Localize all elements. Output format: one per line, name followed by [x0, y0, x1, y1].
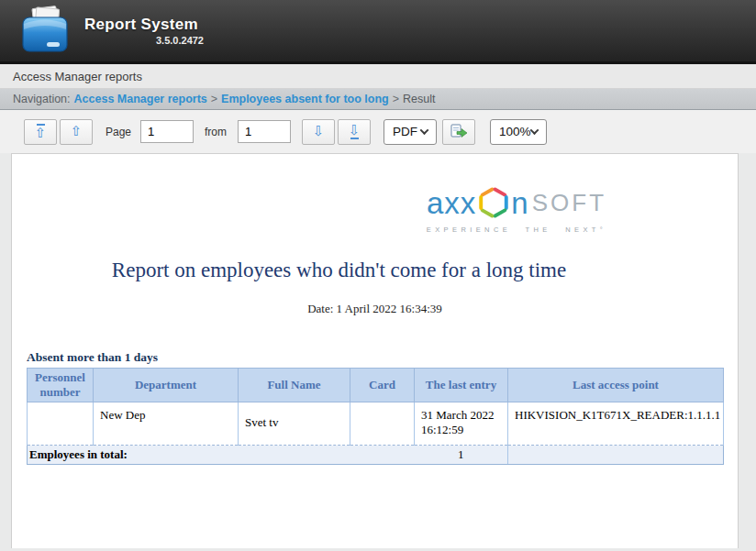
page-number-input[interactable]	[140, 120, 194, 143]
app-title-block: Report System 3.5.0.2472	[84, 16, 204, 46]
zoom-value: 100%	[499, 125, 531, 138]
breadcrumb-link-employees-absent[interactable]: Employees absent for too long	[221, 93, 389, 105]
report-table-section: Absent more than 1 days Personnel number…	[27, 350, 724, 465]
table-caption: Absent more than 1 days	[27, 350, 724, 365]
previous-page-button[interactable]: ⇧	[60, 119, 93, 145]
col-department: Department	[94, 369, 239, 402]
table-total-row: Employees in total: 1	[28, 446, 724, 465]
last-page-button[interactable]: ⇩	[338, 119, 371, 145]
export-format-select[interactable]: PDF	[384, 119, 437, 145]
cell-department: New Dep	[94, 402, 239, 446]
from-label: from	[205, 126, 227, 138]
report-page: axx n SOFT EXPERIENCE THE NEXT° Report o…	[11, 153, 739, 548]
table-header-row: Personnel number Department Full Name Ca…	[28, 369, 724, 402]
report-title: Report on employees who didn't come for …	[12, 259, 738, 282]
logo-hexagon-icon	[478, 185, 509, 220]
breadcrumb-link-access-manager-reports[interactable]: Access Manager reports	[74, 93, 207, 105]
breadcrumb-separator: >	[393, 93, 399, 105]
page-label: Page	[106, 126, 131, 138]
total-pages-input[interactable]	[238, 120, 291, 143]
total-empty-cell	[508, 446, 724, 465]
last-page-icon	[350, 138, 359, 139]
section-bar: Access Manager reports	[0, 64, 756, 89]
col-personnel-number: Personnel number	[28, 369, 94, 402]
cell-card	[350, 402, 415, 446]
cell-personnel-number	[28, 402, 94, 446]
chevron-down-icon	[530, 126, 539, 135]
report-system-folder-icon	[18, 6, 72, 57]
axxonsoft-logo: axx n SOFT EXPERIENCE THE NEXT°	[415, 185, 618, 234]
breadcrumb-current-result: Result	[403, 93, 435, 105]
chevron-down-icon	[420, 126, 429, 135]
table-row: New Dep Svet tv 31 March 2022 16:12:59 H…	[28, 402, 724, 446]
cell-last-access-point: HIKVISION_K1T671X_READER:1.1.1.1	[508, 402, 724, 446]
col-last-access-point: Last access point	[508, 369, 724, 402]
total-label: Employees in total:	[28, 446, 415, 465]
cell-full-name: Svet tv	[239, 402, 350, 446]
app-version: 3.5.0.2472	[84, 35, 204, 46]
col-full-name: Full Name	[239, 369, 350, 402]
cell-last-entry: 31 March 2022 16:12:59	[415, 402, 508, 446]
breadcrumb-label: Navigation:	[13, 93, 71, 105]
zoom-select[interactable]: 100%	[490, 119, 547, 145]
export-button[interactable]	[442, 119, 475, 145]
export-report-icon	[450, 124, 468, 139]
logo-soft-text: SOFT	[532, 191, 606, 215]
col-card: Card	[350, 369, 415, 402]
up-arrow-icon: ⇧	[35, 127, 47, 139]
col-last-entry: The last entry	[415, 369, 508, 402]
absence-table: Personnel number Department Full Name Ca…	[27, 368, 724, 465]
logo-tagline: EXPERIENCE THE NEXT°	[415, 226, 618, 234]
first-page-button[interactable]: ⇧	[24, 119, 57, 145]
breadcrumb: Navigation: Access Manager reports > Emp…	[0, 89, 756, 110]
export-format-value: PDF	[393, 125, 417, 138]
section-title: Access Manager reports	[13, 70, 142, 83]
report-toolbar: ⇧ ⇧ Page from ⇩ ⇩ PDF 100%	[0, 110, 756, 153]
breadcrumb-separator: >	[211, 93, 217, 105]
total-value: 1	[415, 446, 508, 465]
next-page-button[interactable]: ⇩	[302, 119, 335, 145]
up-arrow-icon: ⇧	[71, 125, 83, 138]
app-title: Report System	[84, 16, 204, 34]
app-header: Report System 3.5.0.2472	[0, 0, 756, 64]
logo-axxon-text: axx	[427, 188, 476, 218]
down-arrow-icon: ⇩	[313, 125, 325, 138]
logo-n-text: n	[511, 188, 528, 218]
report-date: Date: 1 April 2022 16:34:39	[12, 302, 738, 316]
down-arrow-icon: ⇩	[349, 124, 361, 137]
